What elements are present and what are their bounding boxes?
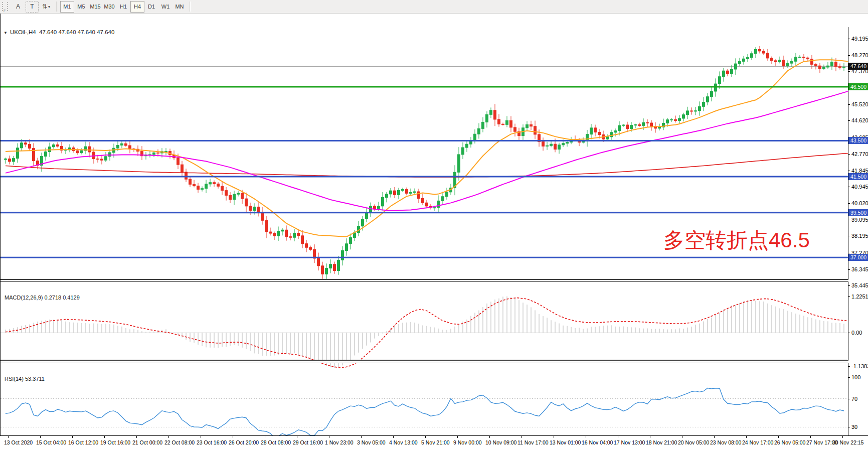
axis-tick-label: 30 [851,424,857,430]
time-tick [714,436,715,438]
timeframe-button-m1[interactable]: M1 [60,1,74,13]
time-tick [104,436,105,438]
cursor-tools-icon: ⇅ [42,3,47,10]
axis-tick [848,71,850,72]
price-level-badge: 47.640 [848,63,868,70]
axis-tick [848,253,850,253]
time-tick-label: 15 Oct 04:00 [36,439,66,445]
axis-tick [848,366,850,367]
timeframe-button-w1[interactable]: W1 [158,1,172,13]
timeframe-button-h1[interactable]: H1 [116,1,130,13]
time-tick-label: 4 Nov 13:00 [389,439,418,445]
time-tick [586,436,586,438]
price-level-badge: 41.500 [848,173,868,180]
timeframe-button-h4[interactable]: H4 [130,1,144,13]
axis-tick [848,333,850,333]
time-tick [8,436,9,438]
axis-tick-label: 35.445 [851,282,868,288]
axis-tick-label: 1.2251 [851,293,868,300]
axis-tick-label: 38.195 [851,233,868,239]
time-tick-label: 3 Nov 05:00 [357,439,386,445]
axis-tick-label: 44.620 [851,117,868,123]
axis-tick [848,104,850,105]
axis-tick-label: 0.00 [851,330,862,336]
font-tool-icon: A [16,3,20,10]
time-tick-label: 26 Oct 20:00 [229,439,259,445]
ohlc-quote-values: 47.640 47.640 47.640 47.640 [39,29,114,35]
axis-tick-label: 36.345 [851,266,868,272]
price-level-badge: 46.500 [848,83,868,90]
axis-tick [848,296,850,297]
time-tick [489,436,490,438]
time-tick [361,436,362,438]
time-tick-label: 5 Nov 21:00 [421,439,450,445]
timeframe-button-group: M1M5M15M30H1H4D1W1MN [60,1,187,13]
time-tick-label: 24 Nov 17:00 [742,439,773,445]
time-tick-label: 29 Oct 16:00 [293,439,323,445]
axis-tick [848,269,850,270]
chart-area[interactable]: ▼UKOil-,H4 47.640 47.640 47.640 47.640 M… [0,14,868,449]
time-tick-label: 17 Nov 13:00 [614,439,645,445]
time-tick [40,436,41,438]
time-tick [554,436,554,438]
axis-tick-label: 100 [851,374,860,380]
time-tick-label: 21 Oct 00:00 [132,439,162,445]
rsi-value: 53.3711 [25,376,45,382]
axis-tick [848,427,850,427]
axis-tick [848,154,850,155]
time-tick [746,436,747,438]
mt4-window: F A T ⇅ ▾ M1M5M15M30H1H4D1W1MN ▼UKOil-,H… [0,0,868,449]
axis-tick-label: 41.845 [851,168,868,174]
time-tick [201,436,201,438]
time-tick [72,436,73,438]
axis-tick [848,220,850,220]
panel-splitter[interactable] [1,360,848,363]
symbol-dropdown-caret-icon[interactable]: ▼ [4,31,8,35]
time-tick [136,436,137,438]
time-tick-label: 13 Oct 2020 [4,439,33,445]
time-tick-label: 13 Nov 01:00 [550,439,581,445]
chart-annotation-text: 多空转折点46.5 [663,226,810,254]
price-axis-border [848,27,848,449]
panel-splitter[interactable] [1,279,848,282]
toolbar-drag-handle-icon[interactable]: F [2,2,8,11]
time-tick [233,436,233,438]
time-tick [618,436,618,438]
time-tick-label: 26 Nov 05:00 [774,439,805,445]
time-tick [778,436,779,438]
axis-tick-label: -1.1383 [851,363,868,369]
time-tick [297,436,297,438]
time-tick-label: 19 Oct 16:00 [100,439,130,445]
timeframe-button-d1[interactable]: D1 [144,1,158,13]
time-tick [522,436,522,438]
time-tick-label: 28 Oct 08:00 [261,439,291,445]
time-tick [810,436,811,438]
axis-tick-label: 40.020 [851,200,868,206]
axis-tick-label: 39.095 [851,217,868,223]
time-tick-label: 20 Nov 05:00 [678,439,709,445]
time-tick [425,436,426,438]
time-tick-label: 18 Nov 21:00 [646,439,677,445]
toolbar: F A T ⇅ ▾ M1M5M15M30H1H4D1W1MN [0,0,868,14]
axis-tick-label: 49.195 [851,36,868,42]
price-level-badge: 37.000 [848,254,868,261]
time-tick-label: 23 Nov 08:00 [710,439,741,445]
macd-values: 0.2718 0.4129 [44,294,79,301]
timeframe-button-mn[interactable]: MN [172,1,187,13]
cursor-tools-button[interactable]: ⇅ ▾ [40,1,53,13]
time-tick [393,436,394,438]
font-tool-button[interactable]: A [12,1,25,13]
timeframe-button-m30[interactable]: M30 [102,1,116,13]
axis-tick [848,236,850,236]
chart-title: ▼UKOil-,H4 47.640 47.640 47.640 47.640 [4,29,114,35]
text-tool-button[interactable]: T [26,1,39,13]
time-tick [265,436,265,438]
time-axis[interactable]: 13 Oct 202015 Oct 04:0016 Oct 12:0019 Oc… [0,435,868,449]
axis-tick-label: 42.770 [851,151,868,157]
timeframe-button-m5[interactable]: M5 [74,1,88,13]
time-tick-label: 30 Nov 22:15 [832,439,863,445]
time-tick [682,436,682,438]
timeframe-button-m15[interactable]: M15 [88,1,102,13]
toolbar-separator [190,2,191,12]
toolbar-separator [56,2,57,12]
